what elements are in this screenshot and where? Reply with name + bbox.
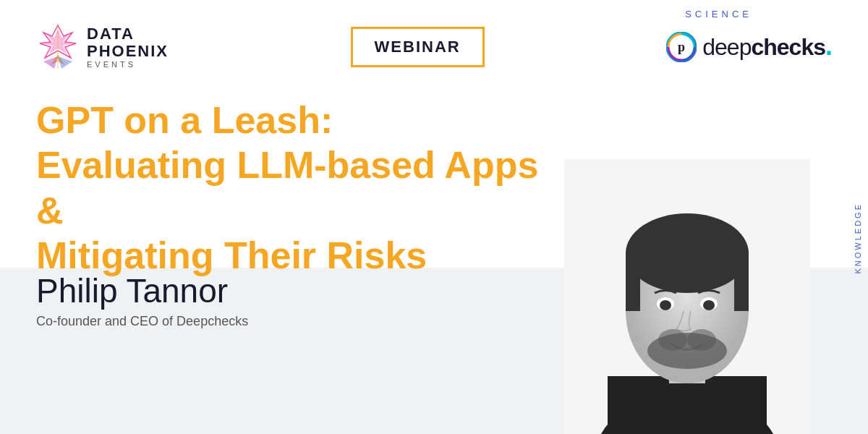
- knowledge-label: KNOWLEDGE: [854, 203, 862, 274]
- svg-point-71: [658, 329, 687, 351]
- speaker-photo-container: [564, 159, 810, 434]
- deepchecks-logo: p deepchecks.: [666, 32, 832, 62]
- svg-marker-53: [43, 56, 58, 69]
- data-phoenix-logo: DATA PHOENIX EVENTS: [36, 22, 169, 72]
- webinar-badge: WEBINAR: [351, 27, 485, 67]
- svg-point-72: [687, 329, 716, 351]
- logo-text: DATA PHOENIX EVENTS: [87, 25, 169, 69]
- title-line1: GPT on a Leash:: [36, 99, 333, 141]
- main-title: GPT on a Leash: Evaluating LLM-based App…: [36, 98, 542, 278]
- speaker-name: Philip Tannor: [36, 271, 248, 310]
- webinar-label: WEBINAR: [375, 38, 461, 56]
- speaker-photo: [564, 159, 810, 434]
- svg-rect-60: [608, 376, 767, 434]
- main-container: x/5 ℍℍℍ ∫ φ a² a² ∫ dx/(x²+a²): [0, 0, 868, 434]
- logo-phoenix: PHOENIX: [87, 43, 169, 60]
- logo-events: EVENTS: [87, 60, 169, 69]
- speaker-section: Philip Tannor Co-founder and CEO of Deep…: [36, 271, 248, 329]
- title-line3: Mitigating Their Risks: [36, 234, 427, 276]
- svg-point-68: [660, 300, 671, 310]
- svg-rect-64: [626, 253, 640, 311]
- svg-text:p: p: [678, 40, 685, 54]
- svg-rect-65: [734, 253, 749, 311]
- header: DATA PHOENIX EVENTS WEBINAR: [0, 0, 868, 94]
- title-heading: GPT on a Leash: Evaluating LLM-based App…: [36, 98, 542, 278]
- title-line2: Evaluating LLM-based Apps &: [36, 144, 538, 231]
- svg-point-69: [703, 300, 715, 310]
- speaker-title: Co-founder and CEO of Deepchecks: [36, 314, 248, 329]
- logo-data: DATA: [87, 25, 169, 43]
- deepchecks-text: deepchecks.: [702, 33, 832, 61]
- deepchecks-icon: p: [666, 32, 697, 62]
- svg-marker-54: [58, 56, 72, 69]
- phoenix-icon: [36, 22, 80, 72]
- svg-point-63: [626, 213, 749, 293]
